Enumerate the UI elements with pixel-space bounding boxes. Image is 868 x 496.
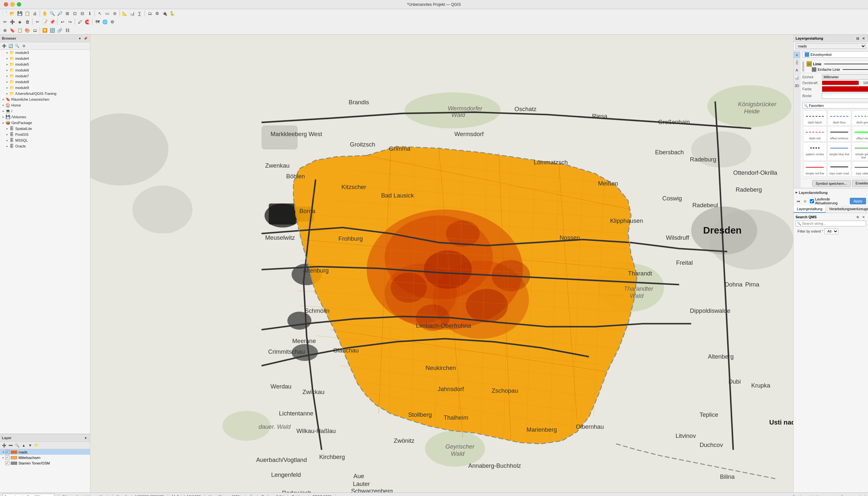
layer-visibility-checkbox[interactable] xyxy=(5,455,10,460)
delete-feature-icon[interactable]: 🗑 xyxy=(24,18,31,25)
add-layer-icon[interactable]: ➕ xyxy=(1,443,7,448)
qms-close-icon[interactable]: ✕ xyxy=(861,214,866,220)
python-icon[interactable]: 🐍 xyxy=(169,10,176,17)
browser-item-module8[interactable]: ▸ 📁 module8 xyxy=(0,79,90,85)
browser-item-bookmarks[interactable]: ▸ 🔖 Räumliche Lesezeichen xyxy=(0,96,90,102)
add-feature-icon[interactable]: ➕ xyxy=(9,18,16,25)
zoom-out-icon[interactable]: 🔎 xyxy=(56,10,63,17)
zoom-selection-icon[interactable]: ⊟ xyxy=(79,10,86,17)
browser-item-qgis-training[interactable]: ▸ 📁 /Users/knut/QGIS-Traning xyxy=(0,91,90,96)
diagram-tab-icon[interactable]: 📊 xyxy=(794,75,800,81)
browser-item-module3[interactable]: ▸ 📁 module3 xyxy=(0,50,90,56)
layer-visibility-checkbox[interactable] xyxy=(5,461,10,465)
filter-by-extent-select[interactable]: All xyxy=(824,228,838,234)
status-search-input[interactable] xyxy=(3,494,55,496)
browser-filter-icon[interactable]: 🔍 xyxy=(14,43,20,49)
layer-down-icon[interactable]: ▼ xyxy=(27,443,33,448)
tab-layergestaltung[interactable]: Layergestaltung xyxy=(794,206,826,213)
save-symbol-button[interactable]: Symbol speichern... xyxy=(812,180,851,187)
symbol-cell-blue-line[interactable]: simple blue line xyxy=(827,142,851,161)
measure-icon[interactable]: 📐 xyxy=(121,10,128,17)
legend-icon[interactable]: 📋 xyxy=(16,27,24,34)
tab-verarbeitungswerkzeuge[interactable]: Verarbeitungswerkzeuge xyxy=(826,206,868,213)
cut-icon[interactable]: ✂ xyxy=(34,18,41,25)
new-project-icon[interactable]: 📄 xyxy=(1,10,9,17)
print-composer-icon[interactable]: 🖨 xyxy=(31,10,38,17)
close-right-panel-icon[interactable]: ✕ xyxy=(861,36,866,41)
attribute-table-icon[interactable]: 📊 xyxy=(129,10,136,17)
symbol-cell-red-line[interactable]: simple red line xyxy=(803,161,827,177)
deckkraft-slider[interactable] xyxy=(822,80,859,85)
field-calculator-icon[interactable]: 🔢 xyxy=(49,27,56,34)
browser-item-geopackage[interactable]: ▸ 📦 GeoPackage xyxy=(0,120,90,126)
topology-icon[interactable]: ⛓ xyxy=(64,27,71,34)
symbol-cell-neon[interactable]: effect neon xyxy=(852,126,868,142)
digitize-icon[interactable]: 🖊 xyxy=(76,18,83,25)
snap-icon[interactable]: 🧲 xyxy=(84,18,91,25)
browser-refresh-icon[interactable]: 🔄 xyxy=(8,43,14,49)
save-as-icon[interactable]: 📋 xyxy=(24,10,31,17)
symbol-cell-topo-railway[interactable]: topo railway xyxy=(852,161,868,177)
browser-item-module6[interactable]: ▸ 📁 module6 xyxy=(0,67,90,73)
laufende-icon1[interactable]: ⏮ xyxy=(795,198,802,204)
join-icon[interactable]: 🔗 xyxy=(56,27,63,34)
layer-item-stamen[interactable]: ▸ Stamen Toner/OSM xyxy=(0,460,90,466)
bookmark-icon[interactable]: 🔖 xyxy=(9,27,16,34)
dock-icon[interactable]: ⊟ xyxy=(855,36,860,41)
browser-item-postgis[interactable]: ▸ 🗄 PostGIS xyxy=(0,131,90,137)
qms-search-input[interactable] xyxy=(802,221,865,226)
paste-icon[interactable]: 📌 xyxy=(49,18,56,25)
erweitert-button[interactable]: Erweitert ▾ xyxy=(852,180,868,187)
symbol-cell-dash-blue[interactable]: dash blue xyxy=(827,110,851,126)
redo-icon[interactable]: ↪ xyxy=(66,18,74,25)
fresh-geodata-link[interactable]: Fresh geodata for your project xyxy=(793,495,840,496)
farbe-swatch[interactable] xyxy=(822,86,868,92)
zoom-in-icon[interactable]: 🔍 xyxy=(49,10,56,17)
browser-item-module9[interactable]: ▸ 📁 module9 xyxy=(0,85,90,91)
symbol-cell-dash-green[interactable]: dash green xyxy=(852,110,868,126)
layer-filter-icon[interactable]: 🔍 xyxy=(14,443,20,448)
symbol-cell-circles[interactable]: pattern circles xyxy=(803,142,827,161)
apply-button[interactable]: Apply xyxy=(850,198,866,204)
undo-icon[interactable]: ↩ xyxy=(59,18,66,25)
close-button[interactable] xyxy=(4,2,8,6)
layer-manager-icon[interactable]: 🗂 xyxy=(146,10,153,17)
qms-settings-icon[interactable]: ⚙ xyxy=(855,214,860,220)
select-icon[interactable]: ↖ xyxy=(96,10,103,17)
browser-pin-icon[interactable]: 📌 xyxy=(83,36,88,41)
copy-icon[interactable]: 📝 xyxy=(41,18,48,25)
layer-visibility-checkbox[interactable] xyxy=(5,450,10,454)
browser-item-oracle[interactable]: ▸ 🗄 Oracle xyxy=(0,143,90,149)
laufende-checkbox-label[interactable]: Laufende Aktualisierung xyxy=(810,197,848,205)
settings-icon[interactable]: ⚙ xyxy=(109,18,116,25)
browser-item-module5[interactable]: ▸ 📁 module5 xyxy=(0,61,90,67)
label-tab-icon[interactable]: A xyxy=(794,67,800,73)
deselect-icon[interactable]: ⊘ xyxy=(111,10,118,17)
symbol-cell-emboss[interactable]: effect emboss xyxy=(827,126,851,142)
layer-group-icon[interactable]: 📁 xyxy=(34,443,40,448)
plugins-icon[interactable]: 🔌 xyxy=(161,10,168,17)
symbol-cell-dash-black[interactable]: dash black xyxy=(803,110,827,126)
statistics-icon[interactable]: ∑ xyxy=(136,10,143,17)
layer-selector-dropdown[interactable]: roads xyxy=(795,43,866,49)
3d-tab-icon[interactable]: 3D xyxy=(794,82,800,89)
browser-item-module7[interactable]: ▸ 📁 module7 xyxy=(0,73,90,79)
laufende-checkbox[interactable] xyxy=(810,199,814,203)
laufende-icon2[interactable]: ⊙ xyxy=(802,198,808,204)
open-project-icon[interactable]: 📂 xyxy=(9,10,16,17)
pan-map-icon[interactable]: ✋ xyxy=(41,10,48,17)
browser-item-mssql[interactable]: ▸ 🗄 MSSQL xyxy=(0,137,90,143)
einzelsymbol-dropdown[interactable]: Einzelsymbol ▾ xyxy=(802,51,868,58)
edit-icon[interactable]: ✏ xyxy=(1,18,9,25)
breite-input[interactable]: 0,26000 xyxy=(822,93,868,99)
symbol-cell-dash-red[interactable]: dash red xyxy=(803,126,827,142)
einheit-select[interactable]: Millimeter xyxy=(822,74,868,80)
symbol-cell-green-line[interactable]: simple green line xyxy=(852,142,868,161)
browser-item-volumes[interactable]: ▸ 💾 /Volumes xyxy=(0,114,90,120)
map-area[interactable]: Dresden Brandis Wermsdorfer Wald Oschatz… xyxy=(90,35,793,493)
globe-icon[interactable]: 🌐 xyxy=(102,18,108,25)
select-rect-icon[interactable]: ▭ xyxy=(104,10,111,17)
filter-icon[interactable]: 🔽 xyxy=(41,27,48,34)
browser-item-module4[interactable]: ▸ 📁 module4 xyxy=(0,56,90,61)
save-project-icon[interactable]: 💾 xyxy=(16,10,24,17)
